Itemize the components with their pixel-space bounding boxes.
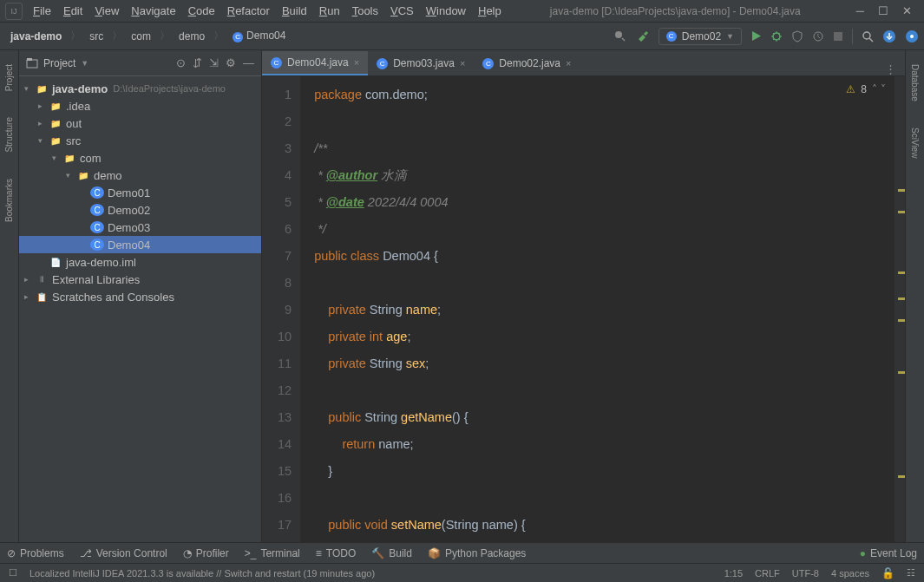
- ide-settings-button[interactable]: [905, 29, 919, 43]
- breadcrumb-item[interactable]: src: [84, 29, 108, 44]
- tab-label: Demo02.java: [499, 57, 560, 69]
- coverage-button[interactable]: [791, 30, 803, 43]
- collapse-all-button[interactable]: ⇲: [209, 56, 219, 69]
- maximize-button[interactable]: ☐: [878, 4, 888, 17]
- menu-view[interactable]: View: [89, 1, 124, 21]
- mem-indicator-icon[interactable]: ☷: [907, 567, 915, 579]
- settings-gear-icon[interactable]: ⚙: [226, 56, 236, 69]
- select-opened-file-button[interactable]: ⊙: [176, 56, 186, 69]
- tree-node[interactable]: ▾📁java-demoD:\IdeaProjects\java-demo: [19, 80, 261, 97]
- tool-window-problems[interactable]: ⊘Problems: [7, 547, 64, 559]
- line-separator[interactable]: CRLF: [755, 568, 780, 579]
- breadcrumb: java-demo〉src〉com〉demo〉CDemo04: [5, 28, 291, 44]
- editor-tabs: CDemo04.java×CDemo03.java×CDemo02.java×⋮: [262, 50, 905, 76]
- close-tab-button[interactable]: ×: [354, 57, 359, 68]
- run-button[interactable]: [750, 30, 762, 42]
- event-log-button[interactable]: ●Event Log: [860, 547, 917, 559]
- prev-highlight-button[interactable]: ˄: [872, 83, 877, 95]
- file-encoding[interactable]: UTF-8: [792, 568, 819, 579]
- indent-info[interactable]: 4 spaces: [831, 568, 869, 579]
- code-editor[interactable]: package com.demo; /** * @author 水滴 * @da…: [300, 76, 895, 542]
- tool-tab-sciview[interactable]: SciView: [908, 122, 921, 163]
- menu-refactor[interactable]: Refactor: [222, 1, 275, 21]
- line-number-gutter[interactable]: 123456789101112131415161718: [262, 76, 300, 542]
- tool-window-version-control[interactable]: ⎇Version Control: [80, 547, 167, 559]
- left-tool-stripe: ProjectStructureBookmarks: [0, 50, 19, 542]
- status-bar: ☐ Localized IntelliJ IDEA 2021.3.3 is av…: [0, 563, 924, 582]
- expand-all-button[interactable]: ⇵: [193, 56, 202, 69]
- add-configuration-button[interactable]: [613, 29, 627, 43]
- menu-tools[interactable]: Tools: [347, 1, 383, 21]
- tree-node[interactable]: CDemo01: [19, 184, 261, 201]
- class-icon: C: [271, 57, 282, 69]
- tool-window-python-packages[interactable]: 📦Python Packages: [428, 547, 526, 559]
- hide-button[interactable]: —: [243, 56, 254, 69]
- editor-tab[interactable]: CDemo02.java×: [474, 51, 580, 75]
- breadcrumb-item[interactable]: CDemo04: [227, 28, 291, 44]
- minimize-button[interactable]: ─: [856, 4, 864, 17]
- tree-node[interactable]: ▸📁.idea: [19, 97, 261, 114]
- tree-node[interactable]: ▸📁out: [19, 114, 261, 132]
- svg-point-0: [615, 31, 622, 38]
- titlebar: IJ FileEditViewNavigateCodeRefactorBuild…: [0, 0, 924, 23]
- tree-node[interactable]: CDemo02: [19, 201, 261, 219]
- tool-tab-project[interactable]: Project: [3, 59, 16, 96]
- notification-icon[interactable]: ☐: [9, 567, 17, 579]
- editor-tab[interactable]: CDemo04.java×: [262, 51, 368, 75]
- class-icon: C: [377, 58, 388, 69]
- close-tab-button[interactable]: ×: [566, 58, 571, 69]
- run-configuration-selector[interactable]: C Demo02 ▼: [659, 28, 742, 45]
- tool-tab-database[interactable]: Database: [908, 59, 921, 107]
- tree-node[interactable]: ▸📋Scratches and Consoles: [19, 288, 261, 305]
- menu-file[interactable]: File: [28, 1, 56, 21]
- readonly-lock-icon[interactable]: 🔓: [881, 567, 895, 579]
- app-logo: IJ: [5, 3, 23, 20]
- inspection-widget[interactable]: ⚠ 8 ˄ ˅: [842, 82, 889, 97]
- stop-button[interactable]: [833, 31, 843, 42]
- tool-tab-structure[interactable]: Structure: [3, 112, 16, 158]
- menu-run[interactable]: Run: [314, 1, 345, 21]
- tool-window-todo[interactable]: ≡TODO: [316, 547, 356, 559]
- tree-node[interactable]: ▾📁demo: [19, 167, 261, 184]
- tree-node[interactable]: 📄java-demo.iml: [19, 253, 261, 271]
- tab-label: Demo04.java: [287, 56, 349, 69]
- tree-node[interactable]: ▾📁com: [19, 149, 261, 167]
- project-tree[interactable]: ▾📁java-demoD:\IdeaProjects\java-demo▸📁.i…: [19, 76, 261, 542]
- caret-position[interactable]: 1:15: [724, 568, 743, 579]
- breadcrumb-item[interactable]: com: [126, 29, 156, 44]
- right-tool-stripe: DatabaseSciView: [905, 50, 924, 542]
- menu-code[interactable]: Code: [183, 1, 220, 21]
- build-hammer-icon[interactable]: [636, 29, 650, 43]
- search-everywhere-button[interactable]: [862, 30, 874, 43]
- tool-window-build[interactable]: 🔨Build: [371, 547, 412, 559]
- tree-node[interactable]: CDemo03: [19, 219, 261, 236]
- tabs-more-button[interactable]: ⋮: [885, 62, 896, 75]
- menu-build[interactable]: Build: [277, 1, 312, 21]
- tool-window-profiler[interactable]: ◔Profiler: [183, 547, 229, 559]
- profiler-button[interactable]: [812, 30, 824, 43]
- navigation-bar: java-demo〉src〉com〉demo〉CDemo04 C Demo02 …: [0, 23, 924, 50]
- next-highlight-button[interactable]: ˅: [881, 83, 886, 95]
- chevron-down-icon: ▼: [81, 59, 88, 68]
- tree-node[interactable]: ▾📁src: [19, 132, 261, 149]
- update-button[interactable]: [882, 29, 896, 43]
- tool-tab-bookmarks[interactable]: Bookmarks: [3, 173, 16, 227]
- menu-navigate[interactable]: Navigate: [126, 1, 180, 21]
- menu-window[interactable]: Window: [421, 1, 471, 21]
- breadcrumb-item[interactable]: java-demo: [5, 29, 67, 44]
- menu-edit[interactable]: Edit: [58, 1, 88, 21]
- status-message[interactable]: Localized IntelliJ IDEA 2021.3.3 is avai…: [29, 568, 375, 579]
- menu-help[interactable]: Help: [473, 1, 507, 21]
- editor-tab[interactable]: CDemo03.java×: [368, 51, 474, 75]
- breadcrumb-item[interactable]: demo: [174, 29, 210, 44]
- tree-node[interactable]: CDemo04: [19, 236, 261, 253]
- tree-node[interactable]: ▸⫴External Libraries: [19, 271, 261, 288]
- window-title: java-demo [D:\IdeaProjects\java-demo] - …: [507, 5, 844, 17]
- close-button[interactable]: ✕: [902, 4, 912, 17]
- close-tab-button[interactable]: ×: [460, 58, 465, 69]
- debug-button[interactable]: [770, 30, 783, 43]
- error-stripe[interactable]: [895, 76, 905, 542]
- project-view-selector[interactable]: Project ▼: [26, 57, 88, 69]
- tool-window-terminal[interactable]: >_Terminal: [245, 547, 300, 559]
- menu-vcs[interactable]: VCS: [385, 1, 419, 21]
